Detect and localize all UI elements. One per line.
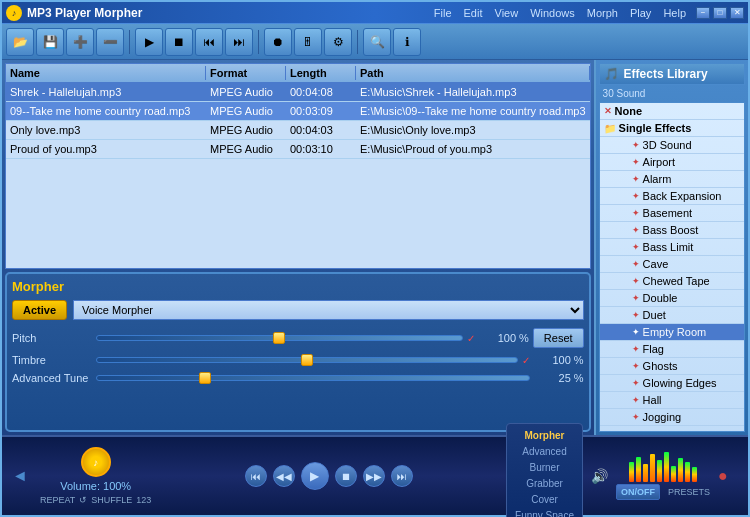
pitch-slider[interactable] [96, 335, 463, 341]
tree-item-chewed-tape[interactable]: ✦ Chewed Tape [600, 273, 744, 290]
col-header-path: Path [356, 66, 590, 80]
file-row[interactable]: Shrek - Hallelujah.mp3 MPEG Audio 00:04:… [6, 83, 590, 102]
shuffle-icon: ↺ [79, 495, 87, 505]
advanced-slider[interactable] [96, 375, 530, 381]
app-icon: ♪ [6, 5, 22, 21]
toolbar-remove[interactable]: ➖ [96, 28, 124, 56]
tree-item-double[interactable]: ✦ Double [600, 290, 744, 307]
player-logo: ♪ [81, 447, 111, 477]
player-arrow-right[interactable]: ● [718, 467, 738, 485]
tree-item-flag[interactable]: ✦ Flag [600, 341, 744, 358]
effect-label-glowing: Glowing Edges [643, 377, 717, 389]
effect-label-duet: Duet [643, 309, 666, 321]
tree-item-cave[interactable]: ✦ Cave [600, 256, 744, 273]
toolbar-open[interactable]: 📂 [6, 28, 34, 56]
advanced-slider-row: Advanced Tune 25 % [12, 372, 584, 384]
tree-item-hall[interactable]: ✦ Hall [600, 392, 744, 409]
file-list-header: Name Format Length Path [6, 64, 590, 83]
toolbar-save[interactable]: 💾 [36, 28, 64, 56]
tree-item-bass-limit[interactable]: ✦ Bass Limit [600, 239, 744, 256]
eq-bar-7 [671, 466, 676, 482]
toolbar-info[interactable]: ℹ [393, 28, 421, 56]
toolbar-stop[interactable]: ⏹ [165, 28, 193, 56]
toolbar-record[interactable]: ⏺ [264, 28, 292, 56]
tree-item-bass-boost[interactable]: ✦ Bass Boost [600, 222, 744, 239]
menu-windows[interactable]: Windows [530, 7, 575, 19]
file-path-0: E:\Music\Shrek - Hallelujah.mp3 [356, 85, 590, 99]
morpher-menu-active[interactable]: Morpher [515, 428, 574, 444]
tree-single-effects[interactable]: 📁 Single Effects [600, 120, 744, 137]
tree-item-alarm[interactable]: ✦ Alarm [600, 171, 744, 188]
morpher-menu-grabber[interactable]: Grabber [515, 476, 574, 492]
toolbar-separator-2 [258, 30, 259, 54]
tree-item-back-expansion[interactable]: ✦ Back Expansion [600, 188, 744, 205]
forward-button[interactable]: ▶▶ [363, 465, 385, 487]
timbre-slider[interactable] [96, 357, 518, 363]
morpher-menu-advanced[interactable]: Advanced [515, 444, 574, 460]
prev-button[interactable]: ⏮ [245, 465, 267, 487]
tree-item-duet[interactable]: ✦ Duet [600, 307, 744, 324]
timbre-thumb[interactable] [301, 354, 313, 366]
player-arrow-left[interactable]: ◄ [12, 467, 32, 485]
rewind-button[interactable]: ◀◀ [273, 465, 295, 487]
maximize-button[interactable]: □ [713, 7, 727, 19]
advanced-thumb[interactable] [199, 372, 211, 384]
effect-icon-flag: ✦ [632, 344, 640, 354]
file-length-3: 00:03:10 [286, 142, 356, 156]
content-area: Name Format Length Path Shrek - Halleluj… [2, 60, 748, 435]
menu-file[interactable]: File [434, 7, 452, 19]
toolbar-settings[interactable]: ⚙ [324, 28, 352, 56]
close-button[interactable]: ✕ [730, 7, 744, 19]
effect-label-jogging: Jogging [643, 411, 682, 423]
morpher-menu-burner[interactable]: Burner [515, 460, 574, 476]
file-name-2: Only love.mp3 [6, 123, 206, 137]
minimize-button[interactable]: − [696, 7, 710, 19]
morpher-select[interactable]: Voice Morpher [73, 300, 584, 320]
repeat-label[interactable]: REPEAT [40, 495, 75, 505]
main-window: ♪ MP3 Player Morpher File Edit View Wind… [0, 0, 750, 517]
pitch-thumb[interactable] [273, 332, 285, 344]
file-row[interactable]: 09--Take me home country road.mp3 MPEG A… [6, 102, 590, 121]
morpher-menu-funny[interactable]: Funny Space [515, 508, 574, 517]
tree-item-jogging[interactable]: ✦ Jogging [600, 409, 744, 426]
shuffle-label[interactable]: SHUFFLE [91, 495, 132, 505]
play-button[interactable]: ▶ [301, 462, 329, 490]
tree-item-airport[interactable]: ✦ Airport [600, 154, 744, 171]
toolbar-separator-3 [357, 30, 358, 54]
active-button[interactable]: Active [12, 300, 67, 320]
menu-help[interactable]: Help [663, 7, 686, 19]
effect-icon-cave: ✦ [632, 259, 640, 269]
player-center: ⏮ ◀◀ ▶ ⏹ ▶▶ ⏭ [159, 462, 498, 490]
menu-morph[interactable]: Morph [587, 7, 618, 19]
player-right: 🔊 ON/OFF PRESETS [591, 452, 710, 500]
effects-tree: ✕ None 📁 Single Effects ✦ 3D Sound ✦ Air… [599, 102, 745, 432]
morpher-section: Morpher Active Voice Morpher Pitch ✓ 100… [5, 272, 591, 432]
tree-item-3dsound[interactable]: ✦ 3D Sound [600, 137, 744, 154]
next-button[interactable]: ⏭ [391, 465, 413, 487]
toolbar-play[interactable]: ▶ [135, 28, 163, 56]
presets-button[interactable]: PRESETS [668, 487, 710, 497]
reset-button[interactable]: Reset [533, 328, 584, 348]
toolbar-search[interactable]: 🔍 [363, 28, 391, 56]
tree-item-ghosts[interactable]: ✦ Ghosts [600, 358, 744, 375]
toolbar-add[interactable]: ➕ [66, 28, 94, 56]
toolbar-eq[interactable]: 🎚 [294, 28, 322, 56]
tree-root-none[interactable]: ✕ None [600, 103, 744, 120]
morpher-menu-cover[interactable]: Cover [515, 492, 574, 508]
file-name-1: 09--Take me home country road.mp3 [6, 104, 206, 118]
menu-play[interactable]: Play [630, 7, 651, 19]
tree-item-glowing[interactable]: ✦ Glowing Edges [600, 375, 744, 392]
tree-item-basement[interactable]: ✦ Basement [600, 205, 744, 222]
eq-bar-3 [643, 464, 648, 482]
tree-item-empty-room[interactable]: ✦ Empty Room [600, 324, 744, 341]
file-row[interactable]: Proud of you.mp3 MPEG Audio 00:03:10 E:\… [6, 140, 590, 159]
toolbar-next[interactable]: ⏭ [225, 28, 253, 56]
effect-label-empty: Empty Room [643, 326, 707, 338]
toolbar-prev[interactable]: ⏮ [195, 28, 223, 56]
file-row[interactable]: Only love.mp3 MPEG Audio 00:04:03 E:\Mus… [6, 121, 590, 140]
menu-edit[interactable]: Edit [464, 7, 483, 19]
onoff-button[interactable]: ON/OFF [616, 484, 660, 500]
stop-button[interactable]: ⏹ [335, 465, 357, 487]
menu-view[interactable]: View [495, 7, 519, 19]
effect-label-double: Double [643, 292, 678, 304]
